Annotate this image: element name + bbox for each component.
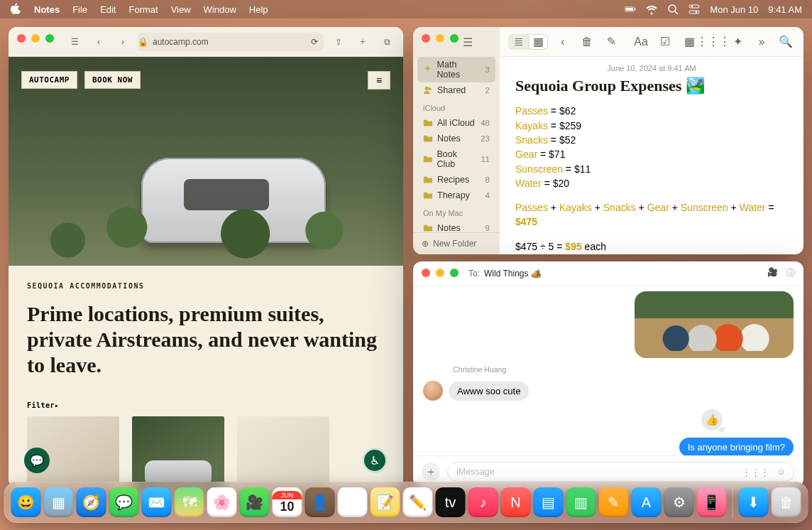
menu-date[interactable]: Mon Jun 10: [710, 4, 758, 15]
new-folder-button[interactable]: ⊕ New Folder: [413, 232, 500, 254]
dock-finder[interactable]: 😀: [11, 487, 41, 517]
dock-messages[interactable]: 💬: [109, 487, 139, 517]
sidebar-item-therapy[interactable]: Therapy 4: [417, 188, 495, 203]
chat-fab[interactable]: 💬: [24, 448, 50, 473]
sidebar-item-all-icloud[interactable]: All iCloud 48: [417, 115, 495, 131]
dock-pages[interactable]: ✎: [599, 487, 629, 517]
control-center-icon[interactable]: [688, 4, 700, 15]
emoji-picker-icon[interactable]: ☺: [777, 467, 786, 477]
safari-minimize-button[interactable]: [31, 34, 40, 43]
dock-trash[interactable]: 🗑: [772, 487, 801, 517]
dock-safari[interactable]: 🧭: [77, 487, 106, 517]
gallery-view-icon[interactable]: ▦: [528, 34, 548, 50]
notes-close-button[interactable]: [422, 34, 430, 43]
dock-freeform[interactable]: ✏️: [403, 487, 433, 517]
book-now-button[interactable]: BOOK NOW: [84, 71, 141, 89]
menu-time[interactable]: 9:41 AM: [768, 4, 802, 15]
back-button[interactable]: ‹: [89, 33, 108, 51]
nav-back-icon[interactable]: ‹: [554, 33, 572, 51]
menu-edit[interactable]: Edit: [100, 4, 116, 15]
dock-mail[interactable]: ✉️: [142, 487, 172, 517]
notes-sidebar-toggle-icon[interactable]: ☰: [463, 36, 473, 49]
menu-format[interactable]: Format: [128, 4, 158, 15]
share-icon[interactable]: ⇪: [329, 33, 348, 51]
dock-maps[interactable]: 🗺: [175, 487, 204, 517]
menu-file[interactable]: File: [72, 4, 87, 15]
dock-downloads[interactable]: ⬇: [739, 487, 769, 517]
dock-reminders[interactable]: ☰: [338, 487, 368, 517]
tabs-icon[interactable]: ⧉: [378, 33, 396, 51]
app-name[interactable]: Notes: [34, 4, 60, 15]
messages-zoom-button[interactable]: [450, 269, 459, 277]
dock-calendar[interactable]: JUN 10: [273, 487, 302, 517]
spotlight-icon[interactable]: [667, 4, 679, 15]
battery-icon[interactable]: [625, 4, 636, 15]
logo-chip[interactable]: AUTOCAMP: [21, 71, 77, 89]
messages-close-button[interactable]: [422, 269, 430, 277]
outgoing-bubble[interactable]: Is anyone bringing film?: [679, 438, 794, 455]
info-icon[interactable]: ⓘ: [786, 267, 795, 279]
dock-launchpad[interactable]: ▦: [44, 487, 74, 517]
sidebar-item-book-club[interactable]: Book Club 11: [417, 146, 495, 172]
incoming-photo-message[interactable]: [635, 291, 794, 358]
address-bar[interactable]: 🔒 autocamp.com ⟳: [138, 33, 324, 51]
dock-tv[interactable]: tv: [436, 487, 466, 517]
accommodation-thumb-3[interactable]: [237, 416, 329, 487]
dock-facetime[interactable]: 🎥: [240, 487, 270, 517]
sidebar-item-shared[interactable]: Shared 2: [417, 82, 495, 98]
safari-close-button[interactable]: [17, 34, 26, 43]
menu-window[interactable]: Window: [204, 4, 236, 15]
audio-icon[interactable]: ⋮⋮⋮: [704, 33, 723, 51]
accommodation-thumb-2[interactable]: [132, 416, 224, 487]
sidebar-toggle-icon[interactable]: ☰: [65, 33, 84, 51]
audio-wave-icon[interactable]: ⋮⋮⋮: [742, 467, 769, 477]
message-input[interactable]: iMessage ⋮⋮⋮ ☺: [447, 462, 795, 482]
dock-appstore[interactable]: A: [632, 487, 662, 517]
plus-circle-icon: ⊕: [422, 239, 429, 249]
sidebar-item-math-notes[interactable]: Math Notes 3: [417, 57, 495, 82]
compose-icon[interactable]: ✎: [602, 33, 620, 51]
sidebar-item-recipes[interactable]: Recipes 8: [417, 172, 495, 188]
note-body[interactable]: June 10, 2024 at 9:41 AM Sequoia Group E…: [500, 57, 803, 254]
tapback-thumbs-up[interactable]: 👍: [701, 409, 723, 431]
checklist-icon[interactable]: ☑: [656, 33, 674, 51]
sidebar-item-icloud-notes[interactable]: Notes 23: [417, 131, 495, 146]
notes-zoom-button[interactable]: [450, 34, 459, 43]
dock-photos[interactable]: 🌸: [207, 487, 237, 517]
sidebar-item-local-notes[interactable]: Notes 9: [417, 220, 495, 232]
dock-notes[interactable]: 📝: [371, 487, 400, 517]
reload-icon[interactable]: ⟳: [311, 37, 318, 47]
messages-minimize-button[interactable]: [436, 269, 444, 277]
apps-plus-button[interactable]: ＋: [422, 463, 440, 481]
menu-view[interactable]: View: [171, 4, 191, 15]
search-icon[interactable]: 🔍: [777, 33, 795, 51]
accessibility-fab[interactable]: ♿︎: [362, 448, 388, 473]
wifi-icon[interactable]: [646, 4, 657, 15]
dock-iphone-mirroring[interactable]: 📱: [697, 487, 727, 517]
dock-keynote[interactable]: ▤: [534, 487, 564, 517]
trash-icon[interactable]: 🗑: [578, 33, 596, 51]
menu-help[interactable]: Help: [249, 4, 268, 15]
avatar[interactable]: [423, 381, 443, 401]
forward-button[interactable]: ›: [114, 33, 132, 51]
list-view-icon[interactable]: ≣: [508, 34, 528, 50]
to-value[interactable]: Wild Things 🏕️: [484, 269, 542, 278]
more-icon[interactable]: »: [752, 33, 771, 51]
notes-minimize-button[interactable]: [436, 34, 444, 43]
link-icon[interactable]: ✦: [728, 33, 747, 51]
filter-button[interactable]: Filter▸: [27, 402, 385, 409]
safari-zoom-button[interactable]: [45, 34, 54, 43]
incoming-bubble[interactable]: Awww soo cute: [449, 382, 529, 401]
dock-contacts[interactable]: 👤: [305, 487, 335, 517]
new-tab-icon[interactable]: ＋: [353, 33, 372, 51]
view-mode-segment[interactable]: ≣ ▦: [508, 34, 548, 50]
dock-music[interactable]: ♪: [468, 487, 498, 517]
site-menu-button[interactable]: ≡: [368, 71, 390, 90]
dock-system-settings[interactable]: ⚙: [664, 487, 694, 517]
messages-thread[interactable]: Christine Huang Awww soo cute 👍 Is anyon…: [413, 286, 803, 455]
dock-news[interactable]: N: [501, 487, 531, 517]
apple-menu[interactable]: [10, 3, 21, 16]
dock-numbers[interactable]: ▥: [566, 487, 596, 517]
facetime-icon[interactable]: 🎥: [767, 267, 778, 279]
text-format-icon[interactable]: Aa: [632, 33, 650, 51]
